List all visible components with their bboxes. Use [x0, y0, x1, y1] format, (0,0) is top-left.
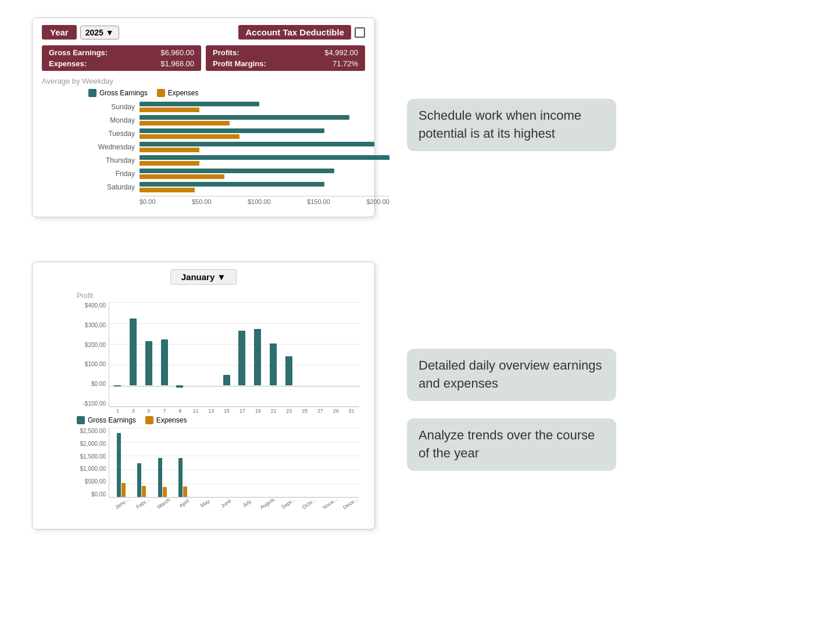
daily-gridline	[109, 323, 359, 324]
hbar-row: Wednesday	[88, 142, 359, 152]
monthly-bar-chart: $2,500.00$2,000.00$1,500.00$1,000.00$500…	[77, 428, 359, 517]
monthly-x-tick: Dece...	[340, 499, 359, 517]
monthly-y-tick: $0.00	[77, 491, 106, 497]
margin-label: Profit Margins:	[213, 59, 266, 68]
margin-value: 71.72%	[333, 59, 358, 68]
hbar-day-label: Monday	[88, 116, 135, 124]
daily-x-tick: 31	[344, 408, 359, 414]
daily-x-tick: 29	[328, 408, 344, 414]
daily-y-tick: $100.00	[77, 361, 106, 367]
daily-x-labels: 135791113151719212325272931	[110, 408, 359, 414]
hbar-expense-bar	[140, 161, 199, 166]
bubble-2: Detailed daily overview earnings and exp…	[407, 349, 616, 401]
tax-checkbox[interactable]	[355, 27, 365, 38]
monthly-chart-wrapper: $2,500.00$2,000.00$1,500.00$1,000.00$500…	[77, 428, 359, 497]
daily-chart-wrapper: $400.00$300.00$200.00$100.00$0.00-$100.0…	[77, 302, 359, 407]
monthly-gross-bar	[158, 458, 162, 497]
daily-chart-label: Profit	[77, 292, 359, 300]
daily-positive-bar	[270, 343, 277, 385]
hbar-axis-label: $50.00	[192, 198, 212, 205]
hbar-row: Tuesday	[88, 128, 359, 139]
gross-label: Gross Earnings:	[49, 48, 108, 57]
daily-positive-bar	[285, 356, 292, 385]
monthly-y-tick: $500.00	[77, 478, 106, 485]
legend-expenses-label: Expenses	[168, 89, 199, 97]
gross-row: Gross Earnings: $6,960.00	[49, 48, 194, 57]
daily-x-tick: 23	[281, 408, 297, 414]
daily-negative-bar	[176, 385, 183, 388]
hbar-axis-label: $150.00	[307, 198, 330, 205]
bottom-card: January ▼ Profit $400.00$300.00$200.00$1…	[32, 262, 375, 529]
expenses-row: Expenses: $1,968.00	[49, 59, 194, 68]
daily-bar-chart: $400.00$300.00$200.00$100.00$0.00-$100.0…	[77, 302, 359, 414]
daily-x-tick: 3	[126, 408, 141, 414]
daily-positive-bar	[130, 318, 137, 385]
monthly-gridline	[109, 428, 359, 428]
monthly-y-tick: $2,000.00	[77, 441, 106, 447]
monthly-bar-col	[153, 458, 171, 497]
hbar-row: Thursday	[88, 155, 359, 166]
hbar-row: Monday	[88, 115, 359, 126]
daily-positive-bar	[254, 329, 261, 385]
year-label: Year	[42, 25, 77, 40]
monthly-gross-bar	[117, 433, 121, 497]
top-card-header: Year 2025 ▼ Account Tax Deductible	[42, 25, 365, 40]
hbar-axis: $0.00$50.00$100.00$150.00$200.00	[140, 196, 389, 205]
hbar-bars	[140, 155, 389, 166]
monthly-gross-bar	[137, 463, 141, 497]
hbar-row: Saturday	[88, 182, 359, 192]
monthly-bar-col	[132, 463, 151, 497]
daily-profit-chart: Profit $400.00$300.00$200.00$100.00$0.00…	[77, 292, 359, 414]
daily-x-tick: 21	[266, 408, 281, 414]
hbar-gross-bar	[140, 169, 334, 173]
hbar-gross-bar	[140, 182, 324, 187]
daily-positive-bar	[238, 331, 245, 385]
hbar-expense-bar	[140, 134, 240, 139]
daily-y-tick: $200.00	[77, 342, 106, 348]
monthly-gross-bar	[178, 458, 183, 497]
monthly-expense-bar	[163, 487, 167, 497]
daily-zero-line	[109, 386, 359, 386]
daily-y-tick: $0.00	[77, 381, 106, 387]
hbar-row: Friday	[88, 169, 359, 179]
year-value: 2025	[85, 28, 103, 37]
hbar-gross-bar	[140, 142, 374, 146]
month-dropdown[interactable]: January ▼	[170, 269, 237, 285]
hbar-expense-bar	[140, 121, 230, 126]
daily-x-tick: 19	[250, 408, 266, 414]
hbar-day-label: Sunday	[88, 103, 135, 111]
daily-x-tick: 27	[313, 408, 328, 414]
hbar-day-label: Friday	[88, 170, 135, 178]
daily-x-tick: 25	[297, 408, 313, 414]
daily-gridline	[109, 407, 359, 407]
tax-label: Account Tax Deductible	[238, 25, 351, 40]
monthly-expense-bar	[121, 483, 126, 497]
daily-y-tick: $300.00	[77, 322, 106, 328]
monthly-gridline	[109, 442, 359, 442]
hbar-day-label: Tuesday	[88, 130, 135, 138]
daily-chart-area	[109, 302, 359, 407]
daily-positive-bar	[145, 341, 152, 385]
chart-title: Average by Weekday	[42, 77, 365, 85]
hbar-gross-bar	[140, 128, 324, 133]
hbar-row: Sunday	[88, 102, 359, 112]
daily-y-tick: -$100.00	[77, 400, 106, 407]
hbar-bars	[140, 115, 349, 126]
hbar-bars	[140, 169, 334, 179]
daily-x-tick: 17	[235, 408, 251, 414]
hbar-gross-bar	[140, 155, 389, 160]
daily-positive-bar	[223, 375, 230, 385]
daily-x-tick: 7	[156, 408, 172, 414]
hbar-gross-bar	[140, 115, 349, 120]
daily-x-tick: 13	[203, 408, 219, 414]
daily-gridline	[109, 302, 359, 303]
monthly-expense-bar	[183, 486, 187, 497]
monthly-bar-col	[173, 458, 192, 497]
legend-gross-label: Gross Earnings	[99, 89, 148, 97]
month-selector: January ▼	[42, 269, 365, 285]
year-dropdown[interactable]: 2025 ▼	[80, 26, 119, 40]
monthly-y-tick: $1,500.00	[77, 453, 106, 460]
expenses-label: Expenses:	[49, 59, 87, 68]
tax-section: Account Tax Deductible	[238, 25, 365, 40]
bubble-2-text: Detailed daily overview earnings and exp…	[419, 358, 602, 391]
